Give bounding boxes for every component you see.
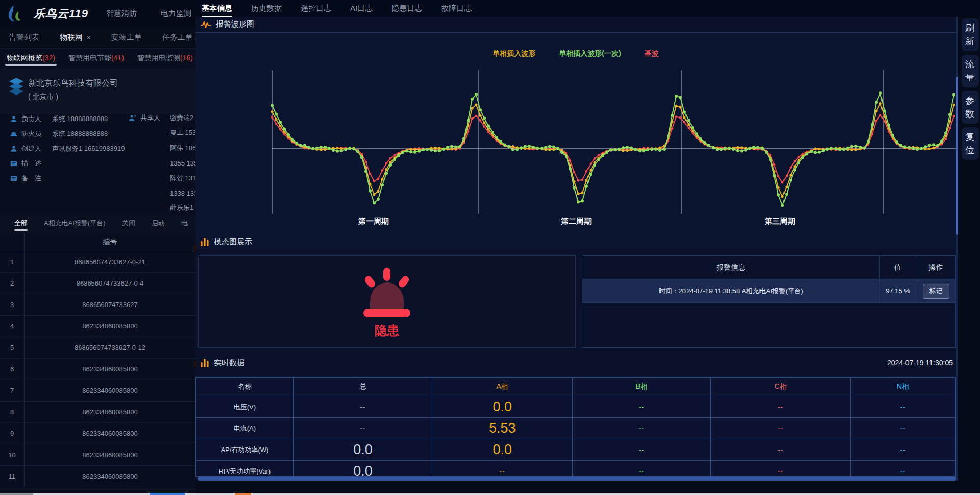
sidebar-tabs: 告警列表物联网×安装工单任务工单	[0, 27, 195, 49]
sidebar: 告警列表物联网×安装工单任务工单 物联网概览(32)智慧用电节能(41)智慧用电…	[0, 27, 195, 493]
info-row-描述: 描 述	[10, 159, 52, 168]
rail-button-复位[interactable]: 复位	[962, 127, 979, 160]
sidebar-tab-安装工单[interactable]: 安装工单	[111, 33, 142, 42]
tab-基本信息[interactable]: 基本信息	[202, 0, 232, 17]
cycle-label: 第三周期	[765, 217, 795, 226]
table-row[interactable]: 5868656074733627-0-12	[0, 337, 195, 359]
table-row[interactable]: 3868656074733627	[0, 294, 195, 316]
realtime-table-header: 名称总A相B相C相N相	[196, 378, 955, 396]
waveform-title: 报警波形图	[216, 19, 254, 29]
tab-AI日志[interactable]: AI日志	[350, 0, 373, 17]
rt-row-name: RP/无功功率(Var)	[196, 461, 294, 477]
person-icon	[10, 145, 17, 152]
rt-value: 0.0	[432, 396, 573, 417]
alarm-row-value: 97.15 %	[880, 279, 916, 302]
tab-隐患日志[interactable]: 隐患日志	[391, 0, 422, 17]
filter-tab-关闭[interactable]: 关闭	[122, 215, 135, 233]
nav-smart-fire[interactable]: 智慧消防	[106, 9, 137, 18]
waveform-section-header: 报警波形图	[195, 17, 956, 32]
filter-tab-启动[interactable]: 启动	[152, 215, 165, 233]
subtab-智慧用电节能[interactable]: 智慧用电节能(41)	[68, 50, 124, 68]
legend-单相插入波形[interactable]: 单相插入波形	[493, 49, 535, 58]
row-device-id: 862334060085800	[24, 402, 195, 422]
chart-legend: 单相插入波形单相插入波形(一次)基波	[195, 49, 956, 58]
rt-row-AP/有功功率(W): AP/有功功率(W)0.00.0------	[196, 439, 955, 461]
document-icon	[10, 160, 17, 167]
rt-row-电流(A): 电流(A)--5.53------	[196, 418, 955, 439]
rail-button-参数[interactable]: 参数	[962, 91, 979, 124]
legend-单相插入波形(一次)[interactable]: 单相插入波形(一次)	[559, 49, 621, 58]
rt-row-name: 电压(V)	[196, 396, 294, 417]
company-name: 新北京乐鸟科技有限公司	[28, 78, 118, 89]
close-icon[interactable]: ×	[87, 34, 91, 41]
main-content: 报警波形图 单相插入波形单相插入波形(一次)基波 第一周期第二周期第三周期 模态…	[195, 17, 956, 481]
row-index: 8	[0, 402, 24, 422]
company-city: ( 北京市 )	[28, 92, 58, 102]
row-index: 11	[0, 466, 24, 487]
alarm-row: 时间：2024-07-19 11:38:58 A相充电AI报警(平台) 97.1…	[582, 279, 955, 303]
rail-button-流量[interactable]: 流量	[962, 55, 979, 87]
info-row-防火员: 防火员系统 18888888888	[10, 129, 108, 138]
row-index: 7	[0, 380, 24, 401]
waveform-chart-panel: 单相插入波形单相插入波形(一次)基波 第一周期第二周期第三周期	[195, 32, 956, 249]
waveform-chart	[198, 64, 956, 233]
rt-value: --	[851, 461, 955, 477]
table-row[interactable]: 9862334060085800	[0, 423, 195, 444]
subtab-智慧用电监测[interactable]: 智慧用电监测(16)	[137, 50, 193, 68]
rt-row-name: AP/有功功率(W)	[196, 439, 294, 460]
rt-value: 0.0	[294, 461, 433, 477]
bottom-scrollbar-thumb[interactable]	[150, 493, 185, 495]
rt-col-总: 总	[294, 378, 433, 396]
realtime-table-body: 电压(V)--0.0------电流(A)--5.53------AP/有功功率…	[196, 396, 955, 477]
filter-tab-A相充电AI报警(平台)[interactable]: A相充电AI报警(平台)	[44, 215, 106, 233]
modal-section-header: 模态图展示	[195, 234, 956, 249]
bottom-scrollbar-corner	[0, 493, 33, 495]
filter-tab-电[interactable]: 电	[181, 215, 188, 233]
hazard-label: 隐患	[375, 322, 399, 339]
table-row[interactable]: 2868656074733627-0-4	[0, 273, 195, 294]
vertical-scrollbar-thumb[interactable]	[956, 77, 958, 235]
legend-基波[interactable]: 基波	[645, 49, 659, 58]
rt-row-name: 电流(A)	[196, 418, 294, 439]
rt-col-B相: B相	[573, 378, 711, 396]
tab-遥控日志[interactable]: 遥控日志	[301, 0, 331, 17]
subtab-物联网概览[interactable]: 物联网概览(32)	[7, 50, 55, 68]
table-row[interactable]: 4862334060085800	[0, 316, 195, 337]
mark-button[interactable]: 标记	[923, 284, 949, 299]
row-device-id: 868656074733627-0-12	[24, 337, 195, 358]
info-row-创建人: 创建人声讯服务1 16619983919	[10, 144, 125, 153]
row-device-id: 862334060085800	[24, 316, 195, 337]
rail-button-刷新[interactable]: 刷新	[962, 18, 979, 51]
device-table-body: 1868656074733627-0-212868656074733627-0-…	[0, 251, 195, 487]
nav-power-monitor[interactable]: 电力监测	[161, 9, 191, 18]
rt-value: --	[851, 439, 955, 460]
table-row[interactable]: 10862334060085800	[0, 444, 195, 466]
sidebar-tab-告警列表[interactable]: 告警列表	[9, 33, 39, 42]
filter-tab-全部[interactable]: 全部	[14, 215, 28, 233]
siren-icon	[349, 265, 425, 321]
sidebar-tab-任务工单[interactable]: 任务工单	[162, 33, 193, 42]
bar-chart-icon	[201, 359, 209, 367]
horizontal-scrollbar-thumb[interactable]	[198, 477, 956, 481]
row-device-id: 862334060085800	[24, 359, 195, 380]
row-index: 10	[0, 444, 24, 465]
tab-历史数据[interactable]: 历史数据	[251, 0, 282, 17]
rt-row-RP/无功功率(Var): RP/无功功率(Var)0.0--------	[196, 461, 955, 477]
table-row[interactable]: 11862334060085800	[0, 466, 195, 487]
row-index: 2	[0, 273, 24, 294]
table-row[interactable]: 1868656074733627-0-21	[0, 251, 195, 273]
sidebar-tab-物联网[interactable]: 物联网×	[60, 33, 91, 42]
app-header: 乐鸟云119 智慧消防 电力监测	[0, 0, 195, 27]
rt-value: --	[573, 439, 711, 460]
table-row[interactable]: 7862334060085800	[0, 380, 195, 402]
bottom-scrollbar-mark	[235, 493, 251, 495]
hazard-panel: 隐患	[198, 255, 576, 348]
alarm-count-badge: (41)	[111, 54, 124, 62]
row-index: 4	[0, 316, 24, 337]
share-value: 陈贺 1316	[170, 174, 195, 183]
table-row[interactable]: 6862334060085800	[0, 359, 195, 380]
table-row[interactable]: 8862334060085800	[0, 402, 195, 423]
tab-故障日志[interactable]: 故障日志	[441, 0, 472, 17]
bottom-scrollbar[interactable]	[0, 493, 980, 495]
device-table: 编号 1868656074733627-0-212868656074733627…	[0, 233, 195, 493]
